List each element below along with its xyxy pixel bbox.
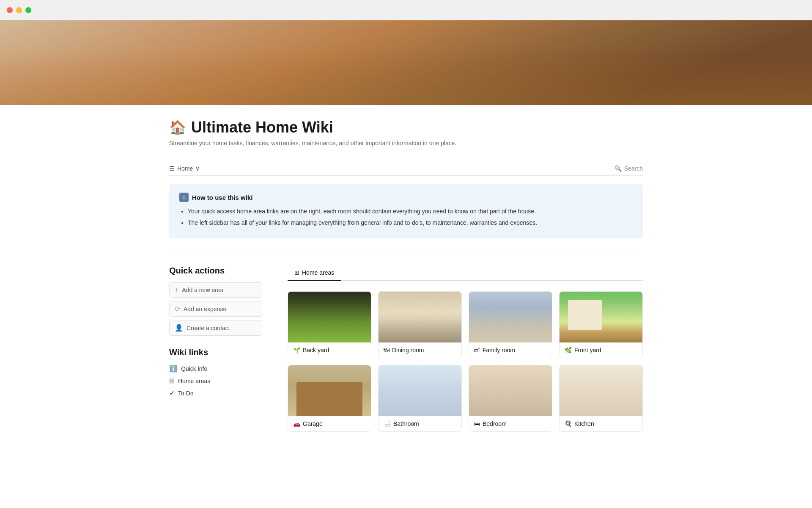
gallery-grid: 🌱 Back yard 🍽 Dining room 🛋 Famil: [288, 291, 643, 432]
card-diningroom[interactable]: 🍽 Dining room: [378, 291, 462, 358]
page-icon: 🏠: [169, 119, 186, 135]
info-box-title: How to use this wiki: [192, 194, 252, 201]
img-diningroom: [379, 292, 461, 342]
titlebar: [0, 0, 812, 20]
home-label: Home: [177, 165, 193, 172]
card-garage-label: 🚗 Garage: [288, 416, 371, 431]
page-title-row: 🏠 Ultimate Home Wiki: [169, 119, 643, 136]
page-title: Ultimate Home Wiki: [191, 119, 333, 136]
card-garage[interactable]: 🚗 Garage: [288, 365, 371, 432]
tabs-bar: ⊞ Home areas: [288, 266, 643, 281]
wiki-link-todo[interactable]: ✓ To Do: [169, 387, 262, 399]
img-kitchen: [560, 365, 642, 416]
add-area-label: Add a new area: [182, 287, 223, 293]
list-icon: ☰: [169, 165, 175, 172]
img-backyard: [288, 292, 371, 342]
frontyard-icon: 🌿: [565, 347, 572, 353]
quickinfo-label: Quick info: [181, 365, 207, 372]
create-contact-button[interactable]: 👤 Create a contact: [169, 320, 262, 336]
wiki-link-homeareas[interactable]: ⊞ Home areas: [169, 375, 262, 387]
home-breadcrumb[interactable]: ☰ Home ∨: [169, 165, 200, 172]
wiki-links-title: Wiki links: [169, 348, 262, 357]
info-box-title-row: i How to use this wiki: [179, 193, 633, 202]
card-familyroom[interactable]: 🛋 Family room: [469, 291, 552, 358]
chevron-down-icon: ∨: [195, 165, 200, 172]
bathroom-icon: 🛁: [384, 420, 391, 427]
info-box-bullet-1: Your quick access home area links are on…: [188, 207, 633, 216]
two-col-layout: Quick actions + Add a new area ⟳ Add an …: [169, 266, 643, 432]
card-kitchen[interactable]: 🍳 Kitchen: [559, 365, 643, 432]
card-familyroom-label: 🛋 Family room: [469, 342, 552, 358]
card-frontyard-label: 🌿 Front yard: [560, 342, 642, 358]
card-bedroom[interactable]: 🛏 Bedroom: [469, 365, 552, 432]
search-icon: 🔍: [614, 165, 622, 172]
close-btn[interactable]: [7, 7, 13, 13]
img-frontyard: [560, 292, 642, 342]
garage-icon: 🚗: [293, 420, 300, 427]
kitchen-icon: 🍳: [565, 420, 572, 427]
page-subtitle: Streamline your home tasks, finances, wa…: [169, 140, 643, 146]
img-bathroom: [379, 365, 461, 416]
wiki-link-quickinfo[interactable]: ℹ️ Quick info: [169, 362, 262, 375]
add-expense-label: Add an expense: [184, 306, 226, 312]
card-bathroom-label: 🛁 Bathroom: [379, 416, 461, 431]
card-backyard-label: 🌱 Back yard: [288, 342, 371, 358]
tab-home-areas-label: Home areas: [302, 269, 334, 276]
familyroom-icon: 🛋: [474, 347, 480, 353]
info-box-list: Your quick access home area links are on…: [179, 207, 633, 227]
card-backyard[interactable]: 🌱 Back yard: [288, 291, 371, 358]
left-sidebar: Quick actions + Add a new area ⟳ Add an …: [169, 266, 262, 432]
info-box: i How to use this wiki Your quick access…: [169, 184, 643, 238]
info-icon: i: [179, 193, 189, 202]
bathroom-text: Bathroom: [393, 420, 419, 427]
card-kitchen-label: 🍳 Kitchen: [560, 416, 642, 431]
quick-actions-title: Quick actions: [169, 266, 262, 276]
kitchen-text: Kitchen: [574, 420, 594, 427]
right-content: ⊞ Home areas 🌱 Back yard 🍽: [288, 266, 643, 432]
homeareas-icon: ⊞: [169, 377, 175, 385]
homeareas-label: Home areas: [178, 378, 210, 384]
frontyard-text: Front yard: [574, 347, 601, 353]
todo-icon: ✓: [169, 389, 175, 397]
img-familyroom: [469, 292, 552, 342]
create-contact-label: Create a contact: [187, 325, 230, 331]
card-frontyard[interactable]: 🌿 Front yard: [559, 291, 643, 358]
backyard-text: Back yard: [303, 347, 329, 353]
card-bathroom[interactable]: 🛁 Bathroom: [378, 365, 462, 432]
bedroom-text: Bedroom: [483, 420, 507, 427]
todo-label: To Do: [178, 390, 194, 397]
diningroom-text: Dining room: [392, 347, 424, 353]
contact-icon: 👤: [175, 324, 183, 332]
maximize-btn[interactable]: [25, 7, 31, 13]
hero-banner: [0, 20, 812, 105]
quickinfo-icon: ℹ️: [169, 364, 178, 373]
minimize-btn[interactable]: [16, 7, 22, 13]
add-expense-button[interactable]: ⟳ Add an expense: [169, 301, 262, 317]
search-label: Search: [624, 165, 643, 172]
card-diningroom-label: 🍽 Dining room: [379, 342, 461, 358]
toolbar: ☰ Home ∨ 🔍 Search: [169, 162, 643, 176]
tab-home-areas[interactable]: ⊞ Home areas: [288, 266, 341, 281]
card-bedroom-label: 🛏 Bedroom: [469, 416, 552, 431]
bedroom-icon: 🛏: [474, 420, 480, 427]
diningroom-icon: 🍽: [384, 347, 390, 353]
familyroom-text: Family room: [483, 347, 515, 353]
garage-text: Garage: [303, 420, 323, 427]
img-bedroom: [469, 365, 552, 416]
page-header: 🏠 Ultimate Home Wiki Streamline your hom…: [169, 105, 643, 162]
tab-grid-icon: ⊞: [294, 269, 299, 276]
add-area-button[interactable]: + Add a new area: [169, 282, 262, 298]
info-box-bullet-2: The left sidebar has all of your links f…: [188, 218, 633, 227]
img-garage: [288, 365, 371, 416]
main-content: 🏠 Ultimate Home Wiki Streamline your hom…: [127, 105, 685, 432]
search-btn[interactable]: 🔍 Search: [614, 165, 643, 172]
plus-icon: +: [175, 286, 178, 294]
section-divider: [169, 252, 643, 252]
expense-icon: ⟳: [175, 305, 180, 313]
backyard-icon: 🌱: [293, 347, 300, 353]
